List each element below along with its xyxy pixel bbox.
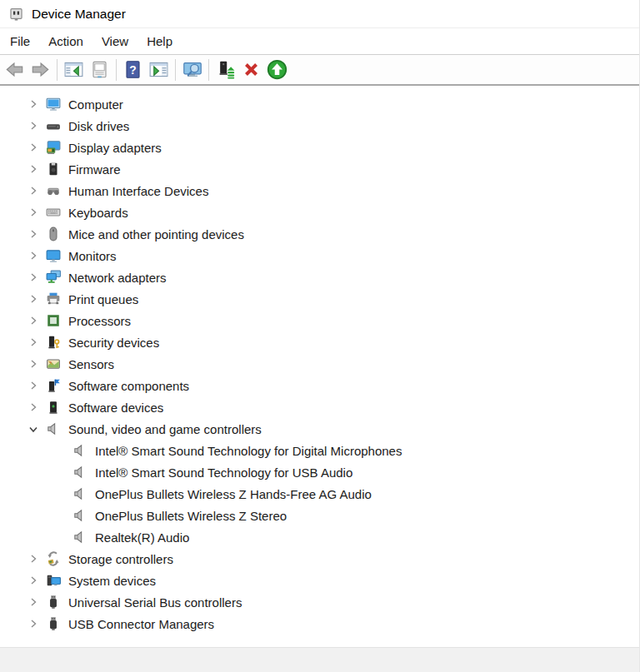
tree-item-sensors[interactable]: Sensors xyxy=(0,353,639,375)
hid-icon xyxy=(45,183,62,198)
disk-drive-icon xyxy=(45,118,62,133)
tree-item-label: Monitors xyxy=(68,249,117,263)
chevron-icon xyxy=(52,487,68,500)
uninstall-red-x-icon xyxy=(242,60,261,79)
menu-action[interactable]: Action xyxy=(39,28,92,54)
device-manager-icon xyxy=(8,6,24,22)
tree-item-label: Intel® Smart Sound Technology for Digita… xyxy=(95,444,402,458)
tree-item-intel-smart-sound-technology-for-digital-microphones[interactable]: Intel® Smart Sound Technology for Digita… xyxy=(0,440,639,461)
chevron-icon[interactable] xyxy=(25,141,42,154)
chevron-icon[interactable] xyxy=(25,379,42,392)
properties-button[interactable] xyxy=(87,57,112,82)
show-console-tree-button[interactable] xyxy=(61,57,87,82)
tree-item-label: Security devices xyxy=(68,336,159,350)
help-button[interactable]: ? xyxy=(120,57,146,82)
print-queue-icon xyxy=(45,291,62,306)
tree-item-print-queues[interactable]: Print queues xyxy=(0,288,639,310)
tree-item-disk-drives[interactable]: Disk drives xyxy=(0,115,639,137)
uninstall-device-button[interactable] xyxy=(238,57,264,82)
chevron-icon[interactable] xyxy=(25,401,42,414)
toolbar-separator xyxy=(116,59,117,81)
sensor-icon xyxy=(45,356,62,371)
toolbar-separator xyxy=(208,59,209,81)
tree-item-label: Computer xyxy=(68,97,123,112)
tree-item-label: USB Connector Managers xyxy=(68,617,214,631)
tree-item-mice-and-other-pointing-devices[interactable]: Mice and other pointing devices xyxy=(0,223,639,245)
device-manager-window: Device Manager File Action View Help ? xyxy=(0,0,640,672)
tree-item-system-devices[interactable]: System devices xyxy=(0,570,639,591)
device-tree: Computer Disk drives Display adapters Fi… xyxy=(0,86,639,647)
tree-item-firmware[interactable]: Firmware xyxy=(0,158,639,180)
chevron-icon[interactable] xyxy=(25,227,42,241)
tree-item-intel-smart-sound-technology-for-usb-audio[interactable]: Intel® Smart Sound Technology for USB Au… xyxy=(0,461,639,483)
tree-item-label: Network adapters xyxy=(68,271,167,285)
chevron-icon[interactable] xyxy=(25,357,42,371)
display-adapter-icon xyxy=(45,140,62,155)
back-arrow-icon xyxy=(5,60,24,79)
update-driver-button[interactable] xyxy=(212,57,238,82)
tree-item-computer[interactable]: Computer xyxy=(0,93,639,115)
chevron-icon[interactable] xyxy=(25,422,42,436)
chevron-icon[interactable] xyxy=(25,206,42,219)
show-action-pane-button[interactable] xyxy=(146,57,172,82)
tree-item-storage-controllers[interactable]: Storage controllers xyxy=(0,548,639,570)
forward-button[interactable] xyxy=(28,57,53,82)
chevron-icon[interactable] xyxy=(25,314,42,327)
chevron-icon[interactable] xyxy=(25,617,42,630)
tree-item-label: Firmware xyxy=(68,162,121,177)
tree-item-keyboards[interactable]: Keyboards xyxy=(0,202,639,223)
chevron-icon xyxy=(52,444,68,457)
tree-item-software-devices[interactable]: Software devices xyxy=(0,396,639,418)
chevron-icon[interactable] xyxy=(25,292,42,306)
tree-item-human-interface-devices[interactable]: Human Interface Devices xyxy=(0,180,639,202)
tree-item-label: Keyboards xyxy=(68,206,128,220)
tree-item-label: Human Interface Devices xyxy=(68,184,208,198)
tree-item-sound-video-and-game-controllers[interactable]: Sound, video and game controllers xyxy=(0,418,639,440)
tree-item-display-adapters[interactable]: Display adapters xyxy=(0,137,639,158)
chevron-icon[interactable] xyxy=(25,184,42,197)
chevron-icon[interactable] xyxy=(25,552,42,565)
tree-item-label: OnePlus Bullets Wireless Z Hands-Free AG… xyxy=(95,487,372,501)
tree-item-label: Disk drives xyxy=(68,119,129,133)
chevron-icon[interactable] xyxy=(25,249,42,262)
processor-icon xyxy=(45,313,62,328)
tree-item-oneplus-bullets-wireless-z-stereo[interactable]: OnePlus Bullets Wireless Z Stereo xyxy=(0,505,639,526)
tree-item-monitors[interactable]: Monitors xyxy=(0,245,639,266)
speaker-icon xyxy=(72,443,88,458)
tree-item-label: Software components xyxy=(68,379,189,393)
chevron-icon[interactable] xyxy=(25,119,42,132)
tree-item-label: Intel® Smart Sound Technology for USB Au… xyxy=(95,465,352,480)
firmware-icon xyxy=(45,162,62,177)
tree-item-oneplus-bullets-wireless-z-hands-free-ag-audio[interactable]: OnePlus Bullets Wireless Z Hands-Free AG… xyxy=(0,483,639,505)
speaker-icon xyxy=(72,465,88,480)
tree-item-usb-connector-managers[interactable]: USB Connector Managers xyxy=(0,613,639,635)
menu-file[interactable]: File xyxy=(1,28,39,54)
mouse-icon xyxy=(45,226,62,241)
toolbar-separator xyxy=(57,59,58,81)
chevron-icon[interactable] xyxy=(25,574,42,587)
chevron-icon[interactable] xyxy=(25,336,42,349)
menu-help[interactable]: Help xyxy=(138,28,182,54)
tree-item-network-adapters[interactable]: Network adapters xyxy=(0,266,639,288)
chevron-icon[interactable] xyxy=(25,271,42,284)
update-driver-software-button[interactable] xyxy=(264,57,290,82)
tree-item-universal-serial-bus-controllers[interactable]: Universal Serial Bus controllers xyxy=(0,591,639,613)
tree-item-label: Storage controllers xyxy=(68,552,173,566)
action-pane-icon xyxy=(149,60,168,79)
chevron-icon[interactable] xyxy=(25,97,42,111)
console-tree-icon xyxy=(64,60,83,79)
back-button[interactable] xyxy=(2,57,28,82)
tree-item-security-devices[interactable]: Security devices xyxy=(0,331,639,353)
menu-view[interactable]: View xyxy=(92,28,138,54)
bottom-strip xyxy=(0,647,639,672)
tree-item-label: OnePlus Bullets Wireless Z Stereo xyxy=(95,509,287,523)
tree-item-software-components[interactable]: Software components xyxy=(0,375,639,396)
scan-for-hardware-changes-button[interactable] xyxy=(179,57,205,82)
chevron-icon[interactable] xyxy=(25,595,42,609)
toolbar: ? xyxy=(0,55,639,86)
tree-item-label: Print queues xyxy=(68,292,138,306)
chevron-icon[interactable] xyxy=(25,162,42,176)
tree-item-processors[interactable]: Processors xyxy=(0,310,639,331)
tree-item-label: Realtek(R) Audio xyxy=(95,530,189,545)
tree-item-realtek-r-audio[interactable]: Realtek(R) Audio xyxy=(0,526,639,548)
